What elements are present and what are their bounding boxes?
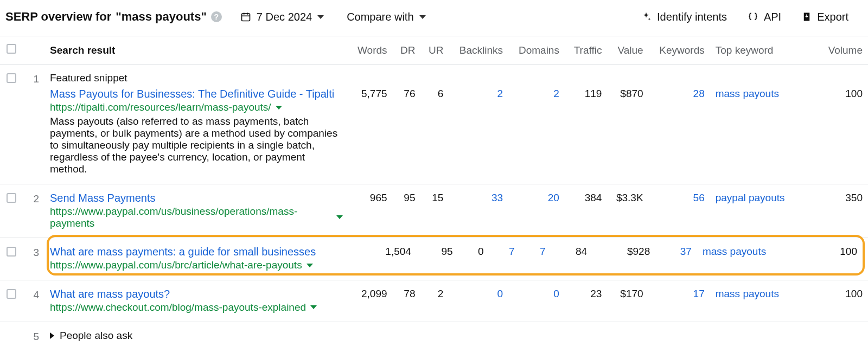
api-button[interactable]: API (748, 11, 781, 23)
cell-value: $170 (607, 280, 648, 315)
chevron-down-icon[interactable] (307, 264, 313, 267)
position: 1 (23, 65, 44, 87)
result-title[interactable]: What are mass payments: a guide for smal… (50, 246, 343, 258)
cell-domains[interactable]: 20 (508, 184, 565, 230)
cell-keywords[interactable]: 56 (649, 184, 710, 230)
page-title: SERP overview for "mass payouts" ? (5, 10, 222, 24)
caret-right-icon (50, 332, 54, 339)
export-button[interactable]: Export (802, 11, 848, 23)
row-checkbox[interactable] (7, 289, 16, 299)
title-query: "mass payouts" (116, 10, 207, 24)
cell-domains[interactable]: 7 (520, 238, 551, 272)
result-url[interactable]: https://www.paypal.com/us/business/opera… (50, 206, 343, 229)
identify-intents-button[interactable]: Identify intents (641, 11, 727, 23)
people-also-ask-toggle[interactable]: People also ask (50, 330, 343, 342)
col-keywords[interactable]: Keywords (649, 36, 710, 65)
position: 5 (23, 322, 44, 344)
cell-traffic: 119 (565, 87, 607, 176)
cell-words: 965 (348, 184, 393, 230)
result-url[interactable]: https://www.paypal.com/us/brc/article/wh… (50, 259, 343, 271)
result-url[interactable]: https://www.checkout.com/blog/mass-payou… (50, 302, 343, 313)
result-url-text: https://www.checkout.com/blog/mass-payou… (50, 302, 306, 313)
cell-volume: 100 (819, 87, 868, 176)
result-cell: Featured snippet (44, 65, 348, 87)
table-row: 1 Featured snippet (0, 65, 868, 87)
col-value[interactable]: Value (607, 36, 648, 65)
cell-dr: 95 (417, 238, 458, 272)
title-prefix: SERP overview for (5, 10, 111, 24)
col-domains[interactable]: Domains (508, 36, 565, 65)
cell-volume: 100 (806, 238, 868, 272)
row-checkbox[interactable] (7, 193, 16, 203)
chevron-down-icon[interactable] (310, 305, 317, 309)
featured-snippet-label: Featured snippet (50, 72, 343, 84)
table-row: 3 What are mass payments: a guide for sm… (0, 238, 868, 273)
cell-top-keyword[interactable]: paypal payouts (710, 184, 819, 230)
chevron-down-icon[interactable] (276, 106, 282, 110)
cell-volume: 100 (819, 280, 868, 315)
cell-top-keyword[interactable]: mass payouts (710, 87, 819, 176)
cell-ur: 6 (420, 87, 449, 176)
chevron-down-icon[interactable] (336, 215, 343, 219)
date-picker[interactable]: 7 Dec 2024 (240, 11, 324, 23)
cell-traffic: 23 (565, 280, 607, 315)
result-url[interactable]: https://tipalti.com/resources/learn/mass… (50, 101, 343, 113)
table-row: 4 What are mass payouts? https://www.che… (0, 280, 868, 315)
cell-domains[interactable]: 0 (508, 280, 565, 315)
result-title[interactable]: Send Mass Payments (50, 192, 343, 204)
cell-volume: 350 (819, 184, 868, 230)
col-backlinks[interactable]: Backlinks (449, 36, 508, 65)
compare-dropdown[interactable]: Compare with (347, 11, 425, 23)
braces-icon (748, 11, 758, 22)
sparkle-icon (641, 11, 652, 22)
date-value: 7 Dec 2024 (257, 11, 312, 23)
cell-words: 5,775 (348, 87, 393, 176)
cell-ur: 15 (420, 184, 449, 230)
cell-keywords[interactable]: 37 (655, 238, 697, 272)
toolbar: SERP overview for "mass payouts" ? 7 Dec… (0, 0, 868, 36)
result-url-text: https://www.paypal.com/us/brc/article/wh… (50, 259, 302, 271)
col-volume[interactable]: Volume (819, 36, 868, 65)
cell-top-keyword[interactable]: mass payouts (710, 280, 819, 315)
cell-ur: 2 (420, 280, 449, 315)
cell-keywords[interactable]: 17 (649, 280, 710, 315)
compare-label: Compare with (347, 11, 413, 23)
result-url-text: https://tipalti.com/resources/learn/mass… (50, 101, 271, 113)
cell-domains[interactable]: 2 (508, 87, 565, 176)
cell-traffic: 384 (565, 184, 607, 230)
col-top-keyword[interactable]: Top keyword (710, 36, 819, 65)
api-label: API (764, 11, 781, 23)
position: 2 (23, 184, 44, 230)
result-title[interactable]: What are mass payouts? (50, 288, 343, 300)
cell-ur: 0 (458, 238, 489, 272)
cell-backlinks[interactable]: 7 (489, 238, 520, 272)
download-icon (802, 11, 812, 22)
serp-table: Search result Words DR UR Backlinks Doma… (0, 36, 868, 346)
cell-value: $928 (592, 238, 655, 272)
cell-dr: 76 (393, 87, 421, 176)
cell-words: 2,099 (348, 280, 393, 315)
col-traffic[interactable]: Traffic (565, 36, 607, 65)
cell-keywords[interactable]: 28 (649, 87, 710, 176)
cell-backlinks[interactable]: 2 (449, 87, 508, 176)
identify-intents-label: Identify intents (657, 11, 727, 23)
cell-top-keyword[interactable]: mass payouts (697, 238, 806, 272)
help-icon[interactable]: ? (211, 11, 222, 22)
chevron-down-icon (317, 15, 324, 19)
select-all-checkbox[interactable] (7, 44, 16, 54)
col-ur[interactable]: UR (420, 36, 449, 65)
result-title[interactable]: Mass Payouts for Businesses: The Definit… (50, 88, 343, 100)
cell-backlinks[interactable]: 33 (449, 184, 508, 230)
table-header-row: Search result Words DR UR Backlinks Doma… (0, 36, 868, 65)
table-row: 2 Send Mass Payments https://www.paypal.… (0, 184, 868, 230)
row-checkbox[interactable] (7, 247, 16, 257)
position: 4 (23, 280, 44, 315)
svg-rect-0 (241, 14, 250, 21)
cell-value: $3.3K (607, 184, 648, 230)
col-dr[interactable]: DR (393, 36, 421, 65)
cell-dr: 78 (393, 280, 421, 315)
col-words[interactable]: Words (348, 36, 393, 65)
row-checkbox[interactable] (7, 73, 16, 83)
cell-backlinks[interactable]: 0 (449, 280, 508, 315)
col-search-result[interactable]: Search result (44, 36, 348, 65)
